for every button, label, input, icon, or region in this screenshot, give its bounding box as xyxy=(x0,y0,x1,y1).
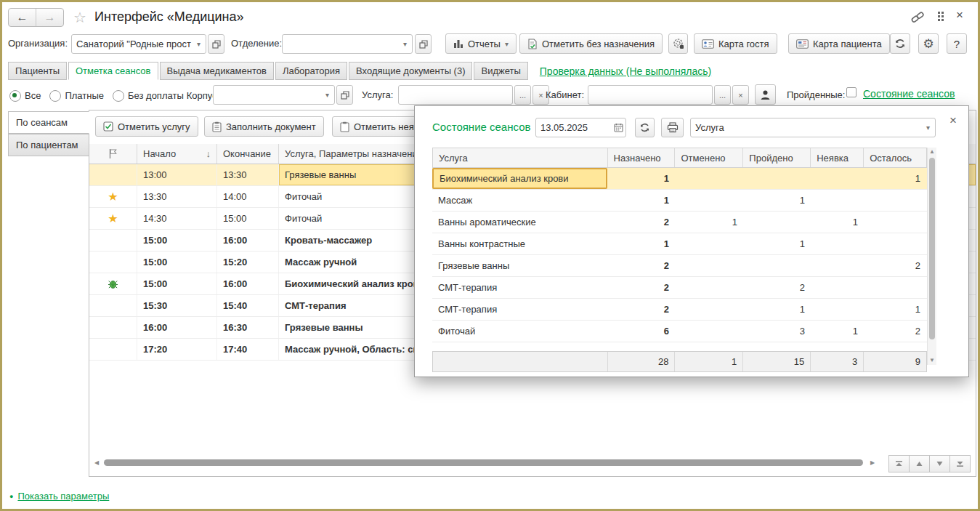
popup-table-row[interactable]: Массаж 1 1 xyxy=(432,190,927,212)
start-column-header[interactable]: Начало↓ xyxy=(137,144,217,164)
tab-widgets[interactable]: Виджеты xyxy=(474,62,527,80)
open-icon xyxy=(212,40,221,49)
patient-person-button[interactable] xyxy=(755,84,776,105)
mark-without-assignment-button[interactable]: Отметить без назначения xyxy=(519,33,663,54)
chevron-down-icon[interactable]: ▾ xyxy=(921,118,935,137)
go-up-button[interactable] xyxy=(910,455,930,472)
go-first-button[interactable] xyxy=(888,455,910,472)
popup-print-button[interactable] xyxy=(661,118,684,137)
tab-session-marking[interactable]: Отметка сеансов xyxy=(68,62,158,80)
organization-combo[interactable]: Санаторий "Родные прост ▾ xyxy=(71,34,206,54)
clear-icon: × xyxy=(538,91,543,100)
radio-paid[interactable]: Платные xyxy=(49,90,104,102)
tab-medication-dispensing[interactable]: Выдача медикаментов xyxy=(160,62,274,80)
department-open-button[interactable] xyxy=(415,34,432,54)
guest-card-button[interactable]: Карта гостя xyxy=(694,33,777,54)
fill-document-button[interactable]: Заполнить документ xyxy=(204,116,324,137)
view-tab-by-patients[interactable]: По пациентам xyxy=(8,134,89,156)
radio-dot xyxy=(9,90,21,102)
popup-table-row[interactable]: Фиточай 6 3 1 2 xyxy=(432,321,927,342)
popup-table-row[interactable]: СМТ-терапия 2 2 xyxy=(432,277,927,299)
session-state-link[interactable]: Состояние сеансов xyxy=(863,88,955,100)
clipboard-icon xyxy=(212,121,222,132)
forward-button[interactable]: → xyxy=(36,9,63,26)
guest-card-icon xyxy=(702,39,714,49)
sort-desc-icon: ↓ xyxy=(206,148,211,159)
popup-vertical-scrollbar[interactable]: ▲ ▼ xyxy=(927,148,936,365)
history-nav[interactable]: ← → xyxy=(8,8,64,27)
passed-checkbox[interactable] xyxy=(846,87,857,97)
department-combo[interactable]: ▾ xyxy=(282,34,413,54)
popup-refresh-button[interactable] xyxy=(635,118,655,137)
scroll-right-icon[interactable]: ▶ xyxy=(868,460,877,466)
chevron-down-icon[interactable]: ▾ xyxy=(192,35,206,53)
korpus-combo[interactable]: ▾ xyxy=(213,85,335,105)
flag-icon xyxy=(108,148,118,159)
row-navigation-group xyxy=(888,455,971,472)
chevron-down-icon: ▾ xyxy=(505,40,509,48)
radio-no-extra-pay[interactable]: Без доплаты xyxy=(113,90,184,102)
settings-button[interactable]: ⚙ xyxy=(918,33,939,54)
radio-all[interactable]: Все xyxy=(9,90,41,102)
popup-service-filter-combo[interactable]: Услуга ▾ xyxy=(690,118,936,137)
show-parameters-link[interactable]: Показать параметры xyxy=(17,491,109,502)
korpus-open-button[interactable] xyxy=(336,85,353,105)
favorite-star-icon[interactable]: ☆ xyxy=(73,9,86,26)
service-filter-field[interactable] xyxy=(398,85,513,105)
view-tab-by-sessions[interactable]: По сеансам xyxy=(8,111,89,134)
popup-service-filter-value: Услуга xyxy=(691,118,921,137)
fingerprint-icon[interactable] xyxy=(668,33,688,54)
mark-service-button[interactable]: Отметить услугу xyxy=(95,116,198,137)
popup-date-field[interactable]: 13.05.2025 xyxy=(535,118,626,137)
data-check-link[interactable]: Проверка данных (Не выполнялась) xyxy=(540,65,711,77)
checkbox-check-icon xyxy=(103,121,113,132)
help-button[interactable]: ? xyxy=(947,33,967,54)
scroll-down-icon[interactable]: ▼ xyxy=(928,358,936,363)
room-filter-field[interactable] xyxy=(588,85,713,105)
popup-table-row[interactable]: Грязевые ванны 2 2 xyxy=(432,255,927,277)
go-down-button[interactable] xyxy=(930,455,950,472)
service-filter-label: Услуга: xyxy=(362,89,393,100)
korpus-value xyxy=(214,86,320,104)
tab-laboratory[interactable]: Лаборатория xyxy=(275,62,347,80)
reports-button[interactable]: Отчеты ▾ xyxy=(445,33,517,54)
chevron-down-icon[interactable]: ▾ xyxy=(320,86,334,104)
app-window: ← → ☆ Интерфейс «Медицина» × Организация… xyxy=(0,0,980,511)
session-state-popup: × Состояние сеансов 13.05.2025 Услуга ▾ … xyxy=(414,105,969,377)
room-select-button[interactable]: ... xyxy=(714,85,731,105)
room-clear-button[interactable]: × xyxy=(732,85,749,105)
tab-incoming-documents[interactable]: Входящие документы (3) xyxy=(349,62,472,80)
popup-table-row[interactable]: Ванны ароматические 2 1 1 xyxy=(432,212,927,233)
organization-open-button[interactable] xyxy=(208,34,224,54)
flag-column-header[interactable] xyxy=(89,144,137,164)
open-icon xyxy=(341,91,349,100)
service-select-button[interactable]: ... xyxy=(514,85,531,105)
scrollbar-thumb[interactable] xyxy=(929,158,935,339)
popup-table-row[interactable]: СМТ-терапия 2 1 1 xyxy=(432,299,927,321)
end-column-header[interactable]: Окончание xyxy=(217,144,279,164)
radio-dot xyxy=(49,90,61,102)
back-button[interactable]: ← xyxy=(9,9,36,26)
scrollbar-thumb[interactable] xyxy=(104,459,863,466)
close-icon[interactable]: × xyxy=(956,8,963,23)
go-last-button[interactable] xyxy=(950,455,971,472)
chevron-down-icon[interactable]: ▾ xyxy=(398,35,412,53)
horizontal-scrollbar[interactable]: ◀ ▶ xyxy=(92,458,884,468)
scroll-left-icon[interactable]: ◀ xyxy=(92,460,101,466)
calendar-icon[interactable] xyxy=(612,118,625,137)
tab-patients[interactable]: Пациенты xyxy=(8,62,67,80)
popup-table-row[interactable]: Ванны контрастные 1 1 xyxy=(432,233,927,255)
refresh-button[interactable] xyxy=(890,33,910,54)
scroll-up-icon[interactable]: ▲ xyxy=(928,149,936,155)
printer-icon xyxy=(667,122,679,133)
popup-table-header[interactable]: Услуга Назначено Отменено Пройдено Неявк… xyxy=(432,148,927,168)
popup-date-value: 13.05.2025 xyxy=(536,118,612,137)
room-filter-label: Кабинет: xyxy=(546,89,584,100)
get-link-icon[interactable] xyxy=(910,10,926,25)
more-menu-icon[interactable] xyxy=(938,12,944,21)
patient-card-icon xyxy=(796,39,809,49)
popup-totals-row: 28 1 15 3 9 xyxy=(432,351,927,372)
patient-card-button[interactable]: Карта пациента xyxy=(788,33,890,54)
popup-table-row[interactable]: Биохимический анализ крови 1 1 xyxy=(432,168,927,190)
popup-close-icon[interactable]: × xyxy=(949,113,957,128)
